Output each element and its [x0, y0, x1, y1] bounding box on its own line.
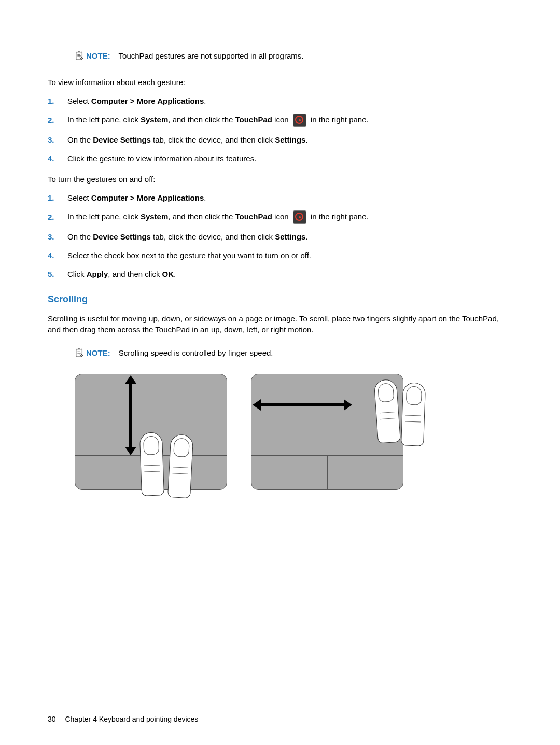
scrolling-description: Scrolling is useful for moving up, down,…	[48, 313, 512, 336]
arrow-vertical-icon	[129, 382, 132, 449]
step-item: 4. Click the gesture to view information…	[48, 153, 512, 164]
step-number: 4.	[48, 250, 57, 261]
note-gestures-support: NOTE: TouchPad gestures are not supporte…	[75, 46, 512, 66]
note-label: NOTE:	[86, 51, 110, 60]
step-text: Select Computer > More Applications.	[67, 95, 512, 107]
step-text: Click the gesture to view information ab…	[67, 153, 512, 164]
touchpad-icon	[293, 114, 306, 127]
note-text: Scrolling speed is controlled by finger …	[119, 348, 273, 357]
touchpad-icon	[293, 210, 306, 224]
step-text: Click Apply, and then click OK.	[67, 269, 512, 280]
page-footer: 30 Chapter 4 Keyboard and pointing devic…	[48, 714, 198, 724]
illustration-vertical-scroll	[75, 374, 227, 490]
step-number: 1.	[48, 192, 57, 204]
step-number: 1.	[48, 95, 57, 107]
step-text: On the Device Settings tab, click the de…	[67, 231, 512, 243]
step-number: 2.	[48, 115, 57, 126]
note-icon	[75, 347, 84, 358]
page-number: 30	[48, 715, 56, 723]
step-item: 1. Select Computer > More Applications.	[48, 95, 512, 107]
intro-toggle-gestures: To turn the gestures on and off:	[48, 174, 512, 185]
intro-view-gestures: To view information about each gesture:	[48, 77, 512, 88]
arrow-horizontal-icon	[259, 403, 346, 406]
step-item: 4. Select the check box next to the gest…	[48, 250, 512, 261]
step-number: 3.	[48, 134, 57, 146]
step-item: 5. Click Apply, and then click OK.	[48, 269, 512, 280]
step-text: Select the check box next to the gesture…	[67, 250, 512, 261]
step-text: Select Computer > More Applications.	[67, 192, 512, 204]
step-item: 1. Select Computer > More Applications.	[48, 192, 512, 204]
step-text: On the Device Settings tab, click the de…	[67, 134, 512, 146]
finger-icon	[401, 382, 426, 446]
steps-toggle-gestures: 1. Select Computer > More Applications. …	[48, 192, 512, 280]
step-number: 4.	[48, 153, 57, 164]
step-item: 2. In the left pane, click System, and t…	[48, 210, 512, 224]
chapter-title: Chapter 4 Keyboard and pointing devices	[65, 715, 198, 723]
step-item: 3. On the Device Settings tab, click the…	[48, 231, 512, 243]
step-number: 5.	[48, 269, 57, 280]
step-text: In the left pane, click System, and then…	[67, 210, 512, 224]
note-icon	[75, 50, 84, 61]
step-item: 2. In the left pane, click System, and t…	[48, 114, 512, 127]
illustration-horizontal-scroll	[251, 374, 403, 490]
finger-icon	[139, 432, 164, 496]
step-item: 3. On the Device Settings tab, click the…	[48, 134, 512, 146]
finger-icon	[167, 434, 193, 498]
step-text: In the left pane, click System, and then…	[67, 114, 512, 127]
finger-icon	[373, 379, 400, 444]
heading-scrolling: Scrolling	[48, 292, 512, 306]
step-number: 2.	[48, 212, 57, 223]
note-scroll-speed: NOTE: Scrolling speed is controlled by f…	[75, 343, 512, 363]
scrolling-illustrations	[75, 374, 512, 490]
step-number: 3.	[48, 231, 57, 243]
note-text: TouchPad gestures are not supported in a…	[119, 51, 304, 60]
note-label: NOTE:	[86, 348, 110, 357]
steps-view-info: 1. Select Computer > More Applications. …	[48, 95, 512, 164]
